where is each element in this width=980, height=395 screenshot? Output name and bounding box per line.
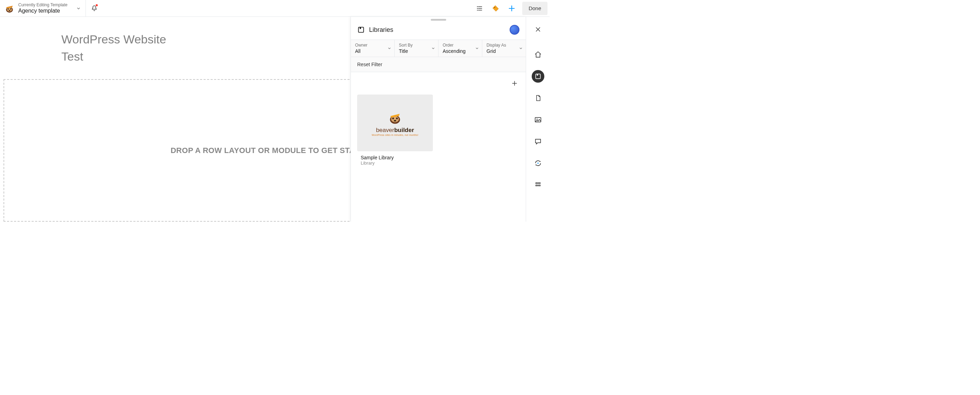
rail-content-button[interactable] — [532, 92, 544, 104]
plus-icon — [511, 80, 518, 87]
brand-block[interactable]: Currently Editing Template Agency templa… — [0, 0, 72, 16]
panel-title-wrap: Libraries — [357, 26, 393, 33]
done-button[interactable]: Done — [522, 2, 547, 15]
reset-filter-row: Reset Filter — [351, 57, 526, 72]
beaverbuilder-logo: beaverbuilder WordPress sites in minutes… — [372, 110, 418, 136]
panel-header: Libraries — [351, 22, 526, 40]
filter-sort[interactable]: Sort By Title — [395, 40, 439, 57]
add-library-row — [357, 78, 519, 88]
filter-bar: Owner All Sort By Title Order Ascending … — [351, 40, 526, 57]
svg-point-16 — [536, 182, 537, 184]
svg-point-21 — [539, 185, 540, 186]
svg-point-20 — [537, 185, 538, 186]
libraries-panel: Libraries Owner All Sort By Title Order … — [350, 17, 526, 222]
drop-zone-text: DROP A ROW LAYOUT OR MODULE TO GET START… — [171, 146, 379, 155]
plus-icon — [508, 5, 515, 12]
user-avatar[interactable] — [510, 25, 519, 35]
chevron-down-icon — [76, 6, 81, 11]
chevron-down-icon — [431, 46, 435, 51]
reset-filter-button[interactable]: Reset Filter — [357, 62, 382, 67]
rail-updates-button[interactable] — [532, 157, 544, 170]
library-icon — [535, 73, 541, 80]
rail-media-button[interactable] — [532, 113, 544, 126]
filter-display[interactable]: Display As Grid — [482, 40, 526, 57]
svg-point-5 — [494, 7, 495, 8]
svg-point-14 — [536, 119, 537, 120]
svg-point-10 — [396, 117, 398, 119]
notification-dot-icon — [96, 4, 98, 6]
toolbar-right: Done — [473, 0, 550, 16]
toolbar-left: Currently Editing Template Agency templa… — [0, 0, 103, 16]
svg-point-15 — [537, 162, 539, 164]
home-icon — [534, 51, 542, 59]
template-title: Agency template — [18, 7, 68, 14]
brand-text: Currently Editing Template Agency templa… — [18, 2, 68, 14]
filter-order[interactable]: Order Ascending — [439, 40, 482, 57]
panel-body: beaverbuilder WordPress sites in minutes… — [351, 72, 526, 222]
svg-point-3 — [10, 8, 11, 10]
rail-home-button[interactable] — [532, 48, 544, 61]
color-tag-button[interactable] — [488, 2, 503, 16]
add-library-button[interactable] — [510, 78, 519, 88]
beaver-logo-icon — [4, 3, 15, 14]
add-content-button[interactable] — [505, 2, 519, 16]
sync-icon — [534, 159, 542, 167]
close-icon — [535, 26, 541, 33]
panel-drag-handle[interactable] — [431, 19, 446, 21]
library-card-subtitle: Library — [357, 160, 433, 166]
outline-icon — [476, 5, 483, 12]
chevron-down-icon — [519, 46, 523, 51]
outline-button[interactable] — [473, 2, 487, 16]
chevron-down-icon — [387, 46, 391, 51]
library-card: beaverbuilder WordPress sites in minutes… — [357, 95, 433, 166]
svg-point-19 — [536, 185, 537, 186]
svg-point-11 — [394, 120, 396, 121]
rail-apps-button[interactable] — [532, 179, 544, 191]
right-rail — [526, 17, 550, 222]
tag-icon — [492, 5, 500, 12]
document-icon — [535, 95, 541, 102]
comment-icon — [534, 138, 542, 145]
svg-point-17 — [537, 182, 538, 184]
library-icon — [357, 26, 365, 33]
library-thumbnail[interactable]: beaverbuilder WordPress sites in minutes… — [357, 95, 433, 151]
svg-point-2 — [8, 8, 9, 10]
editing-subtitle: Currently Editing Template — [18, 2, 68, 7]
apps-grid-icon — [535, 181, 541, 189]
template-dropdown-chevron[interactable] — [72, 0, 86, 16]
svg-point-18 — [539, 182, 540, 184]
chevron-down-icon — [475, 46, 479, 51]
panel-title: Libraries — [369, 26, 393, 33]
library-card-title: Sample Library — [357, 155, 433, 160]
top-toolbar: Currently Editing Template Agency templa… — [0, 0, 550, 17]
image-icon — [534, 116, 542, 124]
close-panel-button[interactable] — [532, 23, 544, 36]
svg-point-9 — [392, 117, 394, 119]
beaver-icon — [387, 110, 403, 125]
notifications-button[interactable] — [86, 0, 103, 16]
filter-owner[interactable]: Owner All — [351, 40, 395, 57]
rail-comments-button[interactable] — [532, 135, 544, 148]
svg-point-4 — [9, 10, 11, 11]
rail-libraries-button[interactable] — [532, 70, 544, 82]
